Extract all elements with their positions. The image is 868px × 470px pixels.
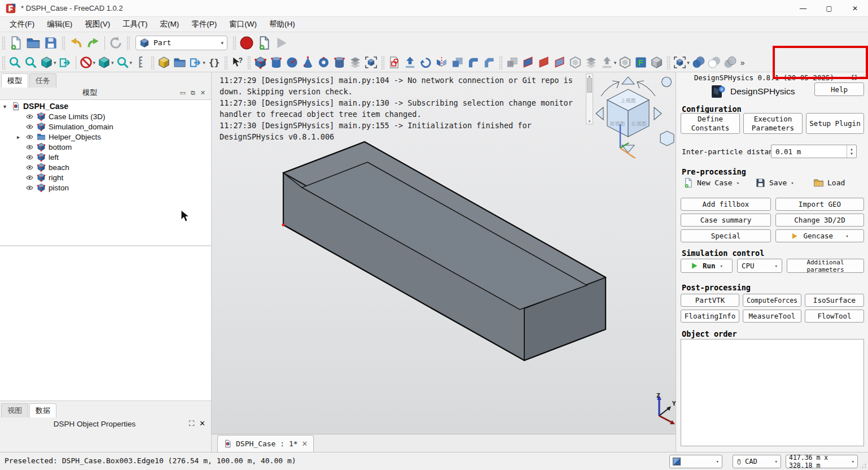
nav-style-select[interactable]: CAD▾: [733, 455, 781, 468]
gencase-button[interactable]: Gencase ▾: [775, 229, 864, 242]
tab-close-icon[interactable]: ✕: [302, 439, 308, 448]
menu-view[interactable]: 视图(V): [78, 18, 116, 31]
change-3d2d-button[interactable]: Change 3D/2D: [775, 214, 864, 227]
interparticle-distance-input[interactable]: 0.01 m ▲▼: [771, 145, 857, 158]
make-link-icon[interactable]: ▾: [188, 55, 207, 70]
computeforces-button[interactable]: ComputeForces: [743, 294, 801, 307]
cone-icon[interactable]: [300, 55, 316, 70]
panel-minimize-icon[interactable]: ▭: [180, 89, 186, 97]
extrude-sketch-icon[interactable]: [387, 55, 402, 70]
isosurface-button[interactable]: IsoSurface: [805, 294, 864, 307]
clipping-plane-icon[interactable]: ▾: [78, 55, 97, 70]
menu-edit[interactable]: 编辑(E): [41, 18, 78, 31]
toolbar-overflow-button[interactable]: »: [738, 58, 747, 67]
align-view-icon[interactable]: [58, 55, 73, 70]
setup-plugin-button[interactable]: Setup Plugin: [806, 113, 864, 134]
eye-icon[interactable]: [25, 143, 34, 151]
zoom-selection-icon[interactable]: [23, 55, 39, 70]
maximize-button[interactable]: ▢: [816, 0, 842, 17]
tree-item-piston[interactable]: piston: [0, 182, 211, 193]
object-order-list[interactable]: [681, 339, 864, 446]
tree-expander[interactable]: ▸: [17, 134, 25, 140]
boolean-icon[interactable]: [505, 55, 520, 70]
redo-icon[interactable]: [85, 34, 102, 51]
whatsthis-icon[interactable]: [230, 55, 246, 70]
eye-icon[interactable]: [25, 123, 34, 130]
define-constants-button[interactable]: Define Constants: [681, 113, 740, 134]
dock-close-icon[interactable]: ✕: [860, 74, 864, 81]
boolean-union-icon[interactable]: [691, 55, 707, 70]
workbench-selector[interactable]: Part ▾: [135, 36, 227, 50]
tree-item-simulation-domain[interactable]: Simulation_domain: [0, 121, 211, 132]
view-dimensions-select[interactable]: 417.36 m x 328.18 m▾: [786, 455, 858, 468]
open-file-icon[interactable]: [25, 34, 42, 51]
scale-icon[interactable]: [450, 55, 466, 70]
menu-file[interactable]: 文件(F): [3, 18, 41, 31]
tube-icon[interactable]: [332, 55, 348, 70]
measure-icon[interactable]: [133, 55, 149, 70]
menu-tools[interactable]: 工具(T): [116, 18, 154, 31]
case-summary-button[interactable]: Case summary: [681, 214, 771, 227]
thickness-icon[interactable]: [617, 55, 633, 70]
floatinginfo-button[interactable]: FloatingInfo: [681, 310, 739, 323]
save-icon[interactable]: [42, 34, 60, 51]
eye-icon[interactable]: [25, 184, 34, 192]
group-folder-icon[interactable]: [172, 55, 188, 70]
new-file-icon[interactable]: [7, 34, 25, 51]
sphere-icon[interactable]: [284, 55, 300, 70]
sweep-icon[interactable]: [552, 55, 568, 70]
draw-style-select[interactable]: ▾: [669, 455, 722, 468]
tree-item-left[interactable]: left: [0, 152, 211, 162]
expression-icon[interactable]: [207, 55, 222, 70]
tree-item-helper-objects[interactable]: ▸ Helper_Objects: [0, 132, 211, 142]
axonometric-view-icon[interactable]: ▾: [39, 55, 58, 70]
tree-item-right[interactable]: right: [0, 172, 211, 182]
box-icon[interactable]: [253, 55, 269, 70]
spinner-arrows[interactable]: ▲▼: [847, 145, 856, 158]
boolean-cut-icon[interactable]: [707, 55, 722, 70]
compound-tools-icon[interactable]: ▾: [672, 55, 691, 70]
panel-expand-icon[interactable]: ⛶: [189, 419, 194, 428]
panel-float-icon[interactable]: ⧉: [191, 89, 195, 97]
loft-icon[interactable]: [536, 55, 552, 70]
eye-icon[interactable]: [25, 164, 34, 171]
mirror-icon[interactable]: [434, 55, 450, 70]
partvtk-button[interactable]: PartVTK: [681, 294, 739, 307]
tree-item-dsph-case[interactable]: ▾ DSPH_Case: [0, 101, 211, 111]
eye-icon[interactable]: [25, 174, 34, 181]
cross-sections-icon[interactable]: [584, 55, 599, 70]
import-geo-button[interactable]: Import GEO: [775, 198, 864, 211]
ruled-surface-icon[interactable]: [520, 55, 536, 70]
primitives-icon[interactable]: [348, 55, 363, 70]
menu-part[interactable]: 零件(P): [185, 18, 223, 31]
load-case-button[interactable]: Load: [813, 177, 845, 188]
dock-float-icon[interactable]: ⛶: [852, 74, 857, 81]
tree-item-case-limits[interactable]: Case Limits (3D): [0, 111, 211, 121]
refresh-icon[interactable]: [107, 34, 125, 51]
execution-parameters-button[interactable]: Execution Parameters: [743, 113, 803, 134]
tree-item-bottom[interactable]: bottom: [0, 142, 211, 152]
eye-icon[interactable]: [25, 133, 34, 141]
offset-icon[interactable]: [568, 55, 584, 70]
measuretool-button[interactable]: MeasureTool: [743, 310, 801, 323]
zoom-tool-icon[interactable]: ▾: [115, 55, 134, 70]
run-button[interactable]: Run ▾: [681, 259, 733, 273]
close-button[interactable]: ✕: [842, 0, 868, 17]
defeaturing-icon[interactable]: [633, 55, 649, 70]
zoom-fit-icon[interactable]: [7, 55, 23, 70]
tree-expander[interactable]: ▾: [3, 103, 11, 110]
torus-icon[interactable]: [316, 55, 332, 70]
new-case-button[interactable]: New Case▾: [683, 177, 739, 188]
menu-window[interactable]: 窗口(W): [223, 18, 263, 31]
part-workbench-icon[interactable]: [156, 55, 172, 70]
tree-item-beach[interactable]: beach: [0, 162, 211, 172]
eye-icon[interactable]: [25, 154, 34, 161]
revolve-icon[interactable]: [418, 55, 434, 70]
macro-record-icon[interactable]: [238, 34, 256, 51]
fillet-icon[interactable]: [466, 55, 481, 70]
tab-model[interactable]: 模型: [1, 73, 28, 88]
panel-close-icon[interactable]: ✕: [200, 89, 205, 97]
menu-help[interactable]: 帮助(H): [263, 18, 301, 31]
tab-tasks[interactable]: 任务: [29, 73, 56, 88]
tab-data[interactable]: 数据: [29, 403, 56, 417]
